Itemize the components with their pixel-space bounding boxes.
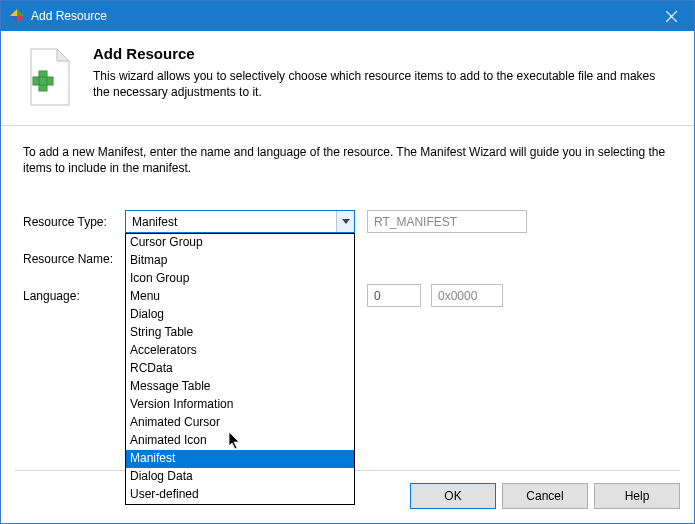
close-button[interactable] (649, 1, 694, 31)
window-title: Add Resource (31, 9, 649, 23)
header-subtitle: This wizard allows you to selectively ch… (93, 68, 672, 100)
dropdown-item[interactable]: Accelerators (126, 342, 354, 360)
dropdown-item[interactable]: Manifest (126, 450, 354, 468)
titlebar: Add Resource (1, 1, 694, 31)
ok-button-label: OK (444, 489, 461, 503)
intro-text: To add a new Manifest, enter the name an… (23, 144, 672, 176)
dropdown-item[interactable]: Dialog (126, 306, 354, 324)
dropdown-item[interactable]: Menu (126, 288, 354, 306)
app-icon (9, 8, 25, 24)
cancel-button[interactable]: Cancel (502, 483, 588, 509)
chevron-down-icon (342, 219, 350, 224)
svg-marker-12 (342, 219, 350, 224)
svg-rect-9 (39, 71, 47, 91)
resource-type-combobox[interactable]: Manifest (125, 210, 355, 233)
dropdown-item[interactable]: Icon Group (126, 270, 354, 288)
dropdown-item[interactable]: User-defined (126, 486, 354, 504)
body-panel: To add a new Manifest, enter the name an… (1, 126, 694, 339)
resource-type-dropdown[interactable]: Cursor GroupBitmapIcon GroupMenuDialogSt… (125, 233, 355, 505)
resource-type-label: Resource Type: (23, 215, 125, 229)
dropdown-item[interactable]: Animated Cursor (126, 414, 354, 432)
wizard-icon (23, 45, 79, 107)
language-label: Language: (23, 289, 125, 303)
cancel-button-label: Cancel (526, 489, 563, 503)
help-button[interactable]: Help (594, 483, 680, 509)
dropdown-button[interactable] (336, 211, 354, 232)
ok-button[interactable]: OK (410, 483, 496, 509)
language-hex-readonly: 0x0000 (431, 284, 503, 307)
svg-marker-3 (10, 9, 17, 16)
help-button-label: Help (625, 489, 650, 503)
close-icon (666, 11, 677, 22)
language-id-input[interactable]: 0 (367, 284, 421, 307)
dropdown-item[interactable]: Version Information (126, 396, 354, 414)
dropdown-item[interactable]: Cursor Group (126, 234, 354, 252)
header-title: Add Resource (93, 45, 672, 62)
resource-type-readonly: RT_MANIFEST (367, 210, 527, 233)
dropdown-item[interactable]: Message Table (126, 378, 354, 396)
resource-name-label: Resource Name: (23, 252, 125, 266)
svg-marker-2 (10, 16, 17, 23)
svg-marker-7 (57, 49, 69, 61)
button-row: OK Cancel Help (410, 483, 680, 509)
header-panel: Add Resource This wizard allows you to s… (1, 31, 694, 126)
dropdown-item[interactable]: Bitmap (126, 252, 354, 270)
dialog-add-resource: Add Resource Add Resource This wizard al… (0, 0, 695, 524)
dropdown-item[interactable]: Animated Icon (126, 432, 354, 450)
resource-type-value: Manifest (126, 215, 336, 229)
dropdown-item[interactable]: RCData (126, 360, 354, 378)
dropdown-item[interactable]: Dialog Data (126, 468, 354, 486)
svg-marker-1 (17, 9, 24, 16)
dropdown-item[interactable]: String Table (126, 324, 354, 342)
